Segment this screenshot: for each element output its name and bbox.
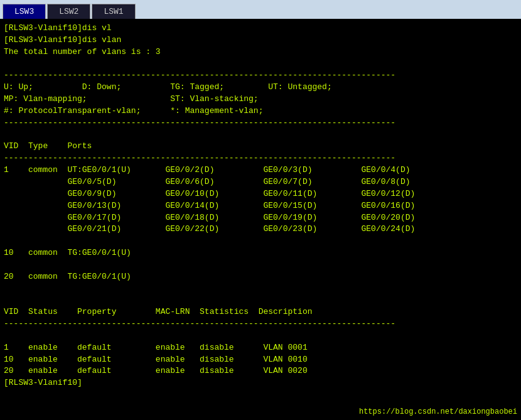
tab-lsw3[interactable]: LSW3 <box>3 4 46 19</box>
tab-lsw2[interactable]: LSW2 <box>47 4 90 19</box>
terminal: [RLSW3-Vlanif10]dis vl [RLSW3-Vlanif10]d… <box>0 19 521 420</box>
tab-lsw1[interactable]: LSW1 <box>92 4 135 19</box>
watermark: https://blog.csdn.net/daxiongbaobei <box>359 407 517 416</box>
tab-bar: LSW3 LSW2 LSW1 <box>0 0 521 19</box>
terminal-content: [RLSW3-Vlanif10]dis vl [RLSW3-Vlanif10]d… <box>4 23 517 389</box>
